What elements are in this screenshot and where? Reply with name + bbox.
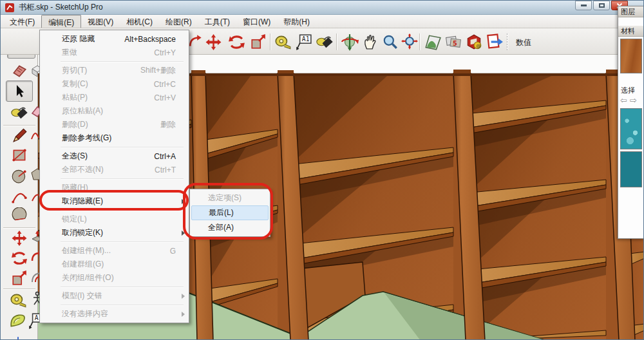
- menu-item-unhide[interactable]: 取消隐藏(E): [40, 194, 189, 208]
- tape-measure-tool-button[interactable]: [7, 290, 29, 310]
- photo-match-button[interactable]: 5: [444, 32, 463, 52]
- zoom-button[interactable]: [381, 32, 400, 52]
- follow-me-icon: [187, 33, 204, 50]
- window-title: 书柜.skp - SketchUp Pro: [19, 2, 103, 13]
- menu-item-make-component[interactable]: 创建组件(M)...G: [40, 244, 189, 258]
- line-tool-button[interactable]: [8, 127, 30, 145]
- text-button[interactable]: A1: [294, 32, 313, 52]
- orbit-button[interactable]: [340, 32, 359, 52]
- menu-item-undo[interactable]: 还原 隐藏Alt+Backspace: [40, 32, 189, 46]
- scale-button[interactable]: [249, 32, 268, 52]
- move-tool-button[interactable]: [8, 229, 30, 247]
- palette-separator: [3, 227, 35, 228]
- menu-separator: [40, 240, 189, 244]
- submenu-item-all[interactable]: 全部(A): [191, 220, 269, 235]
- menu-camera[interactable]: 相机(C): [120, 15, 159, 28]
- menu-item-unlock[interactable]: 取消锁定(K): [40, 226, 189, 240]
- menu-item-redo[interactable]: 重做Ctrl+Y: [40, 46, 189, 59]
- zoom-extents-button[interactable]: [400, 32, 419, 52]
- text-a1-icon: A1: [294, 33, 312, 51]
- menu-item-close-group[interactable]: 关闭组/组件(O): [40, 271, 189, 285]
- select-tool-button-2[interactable]: [6, 80, 33, 102]
- pie-tool-button[interactable]: [8, 206, 30, 225]
- circle-tool-button[interactable]: [8, 166, 30, 185]
- rotate-icon: [11, 250, 28, 267]
- scale-icon: [250, 33, 267, 50]
- menu-tools[interactable]: 工具(T): [198, 15, 236, 28]
- submenu-arrow-icon: [182, 199, 185, 204]
- move-button[interactable]: [204, 32, 223, 52]
- menu-separator: [40, 145, 189, 149]
- menu-item-paste[interactable]: 粘贴(P)Ctrl+V: [40, 91, 189, 104]
- export-icon: [486, 33, 504, 51]
- pan-button[interactable]: [361, 32, 381, 52]
- tape-measure-icon: [274, 33, 292, 50]
- materials-select-tab[interactable]: 选择: [618, 84, 644, 95]
- application-window: A1 书柜.skp - SketchUp Pro 文件(F) 编辑(E) 视图(…: [0, 0, 644, 340]
- warehouse-button[interactable]: @: [464, 32, 484, 52]
- menu-window[interactable]: 窗口(W): [236, 15, 277, 28]
- menu-item-delete[interactable]: 删除(D)删除: [40, 118, 189, 131]
- toolbar-separator-dotted: [507, 33, 507, 50]
- rectangle-tool-button[interactable]: [8, 146, 30, 164]
- export-button[interactable]: [485, 32, 504, 52]
- materials-panel-title[interactable]: 材料: [618, 26, 644, 37]
- menu-item-copy[interactable]: 复制(C)Ctrl+C: [40, 77, 189, 91]
- material-swatch-water[interactable]: [620, 108, 642, 149]
- menu-item-hide[interactable]: 隐藏(H): [40, 181, 189, 194]
- toolbar-separator: [336, 33, 337, 50]
- menu-separator: [40, 59, 189, 64]
- tape-measure-button[interactable]: [273, 32, 292, 52]
- menu-item-intersect[interactable]: 模型(I) 交错: [40, 289, 189, 303]
- submenu-arrow-icon: [182, 231, 185, 236]
- menu-file[interactable]: 文件(F): [3, 15, 41, 28]
- pan-hand-icon: [363, 33, 379, 50]
- menu-draw[interactable]: 绘图(R): [159, 15, 198, 28]
- palette-separator: [3, 125, 35, 126]
- scale-tool-button[interactable]: [8, 269, 30, 287]
- menu-item-lock[interactable]: 锁定(L): [40, 212, 189, 226]
- menu-separator: [40, 208, 189, 212]
- submenu-arrow-icon: [182, 294, 185, 299]
- paint-bucket-icon: [315, 33, 334, 51]
- menu-item-delete-guides[interactable]: 删除参考线(G): [40, 131, 189, 145]
- terrain-button[interactable]: [423, 32, 442, 52]
- menu-item-make-group[interactable]: 创建群组(G): [40, 258, 189, 271]
- forward-arrow-icon[interactable]: ⇨: [630, 95, 639, 105]
- paint-bucket-tool-button[interactable]: [8, 103, 30, 122]
- arc-icon: [11, 188, 28, 205]
- rotate-button[interactable]: [227, 32, 246, 52]
- menu-item-paste-in-place[interactable]: 原位粘贴(A): [40, 104, 189, 118]
- menu-separator: [40, 303, 189, 307]
- menu-item-no-selection[interactable]: 没有选择内容: [40, 307, 189, 321]
- rotate-tool-button[interactable]: [8, 249, 30, 268]
- material-swatch-teal[interactable]: [620, 151, 642, 187]
- menu-help[interactable]: 帮助(H): [277, 15, 316, 28]
- protractor-icon: [9, 312, 27, 329]
- move-icon: [11, 230, 28, 247]
- select-arrow-icon: [12, 84, 27, 99]
- submenu-item-last[interactable]: 最后(L): [191, 205, 269, 220]
- back-arrow-icon[interactable]: ⇦: [620, 95, 630, 105]
- menu-item-select-all[interactable]: 全选(S)Ctrl+A: [40, 149, 189, 163]
- layers-panel-title[interactable]: 图层: [618, 6, 644, 17]
- menu-view[interactable]: 视图(V): [81, 15, 120, 28]
- menu-item-cut[interactable]: 剪切(T)Shift+删除: [40, 64, 189, 77]
- minimize-button[interactable]: [575, 1, 592, 10]
- eraser-tool-button[interactable]: [10, 62, 29, 80]
- submenu-arrow-icon: [182, 312, 185, 317]
- protractor-tool-button[interactable]: [7, 311, 29, 330]
- material-preview-wood[interactable]: [620, 39, 642, 73]
- axes-tool-button[interactable]: [7, 333, 29, 340]
- tape-measure-icon: [9, 292, 27, 308]
- right-panel: 图层 材料 选择 ⇦⇨: [618, 6, 644, 239]
- circle-icon: [11, 167, 28, 184]
- paint-bucket-button[interactable]: [315, 32, 334, 52]
- maximize-button[interactable]: [593, 1, 610, 10]
- menu-item-select-none[interactable]: 全部不选(N)Ctrl+T: [40, 163, 189, 176]
- menu-edit[interactable]: 编辑(E): [41, 15, 81, 28]
- arc-tool-button[interactable]: [8, 187, 30, 205]
- minimize-icon: [581, 5, 587, 6]
- menu-bar: 文件(F) 编辑(E) 视图(V) 相机(C) 绘图(R) 工具(T) 窗口(W…: [1, 15, 644, 28]
- submenu-item-selected[interactable]: 选定项(S): [191, 191, 269, 205]
